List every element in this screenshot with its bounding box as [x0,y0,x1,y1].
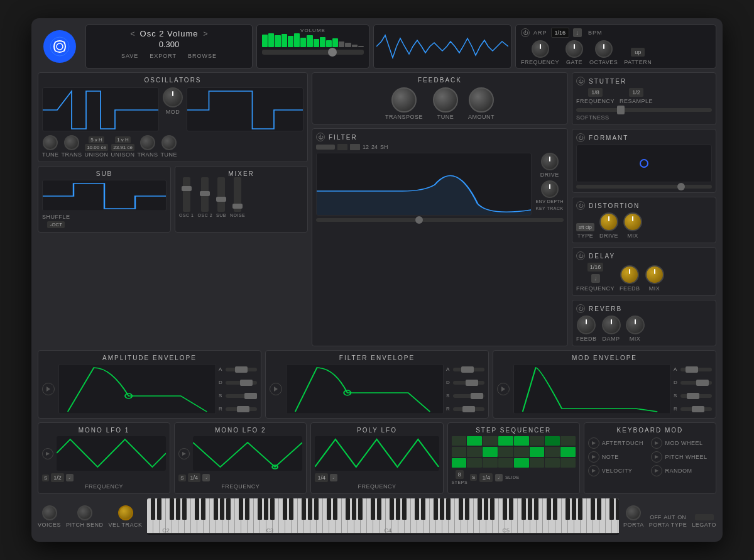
delay-mix-knob[interactable] [645,265,664,284]
delay-power-button[interactable]: ⏻ [576,251,585,260]
legato-toggle[interactable] [695,514,714,520]
filter-env-a-slider[interactable] [453,368,484,371]
mod-env-retrigger-button[interactable] [497,383,510,395]
step-cell[interactable] [514,436,529,446]
aut-button[interactable]: AUT [664,514,675,520]
stutter-slider[interactable] [576,108,712,112]
amp-env-r-handle[interactable] [237,406,249,412]
osc1-fader-handle[interactable] [182,186,192,191]
feedback-amount-knob[interactable] [469,87,494,113]
mono-lfo2-sync-button[interactable]: S [178,475,185,481]
stutter-power-button[interactable]: ⏻ [576,77,585,85]
noise-fader-handle[interactable] [232,204,243,209]
poly-lfo-note-sync-button[interactable]: ♩ [330,474,337,481]
delay-sync-button[interactable]: ♩ [591,274,600,283]
step-cell[interactable] [467,458,482,468]
osc-trans2-knob[interactable] [140,135,155,150]
next-preset-button[interactable]: > [203,30,207,38]
filter-env-r-slider[interactable] [453,407,484,411]
unison1-voice-select[interactable]: 5 v H [89,136,104,143]
mod-env-r-slider[interactable] [680,407,712,411]
mod-env-a-slider[interactable] [680,368,712,371]
osc2-fader[interactable] [201,177,209,212]
pitch-wheel-button[interactable] [651,451,662,463]
amp-env-r-slider[interactable] [226,407,257,411]
porta-knob[interactable] [626,505,641,520]
mono-lfo2-note-sync-button[interactable]: ♩ [202,474,210,481]
step-cell[interactable] [560,436,576,446]
arp-octaves-knob[interactable] [595,40,613,58]
formant-power-button[interactable]: ⏻ [576,133,585,142]
step-cell[interactable] [467,436,482,446]
step-cell[interactable] [467,447,482,456]
step-cell[interactable] [452,447,467,456]
amp-env-d-slider[interactable] [226,381,257,385]
amp-env-retrigger-button[interactable] [42,383,55,395]
keyboard[interactable]: .keys-wrapper { display:flex; height:100… [146,498,620,535]
noise-fader[interactable] [234,177,241,212]
filter-env-d-slider[interactable] [453,381,484,385]
filter-cutoff-handle[interactable] [415,216,423,224]
mod-env-s-slider[interactable] [680,394,712,398]
feedback-transpose-knob[interactable] [391,87,417,113]
distortion-type-select[interactable]: sft clp [576,223,594,231]
arp-pattern-select[interactable]: up [631,48,645,57]
filter-slope-slider[interactable] [316,145,335,150]
mono-lfo1-note-sync-button[interactable]: ♩ [66,474,74,481]
sub-fader-handle[interactable] [216,197,226,202]
step-seq-note-sync-button[interactable]: ♩ [495,474,503,481]
step-cell[interactable] [498,458,513,468]
step-cell[interactable] [514,458,529,468]
filter-drive-knob[interactable] [541,153,559,170]
save-button[interactable]: SAVE [119,52,141,60]
step-cell[interactable] [452,458,467,468]
step-cell[interactable] [545,458,560,468]
filter-shape1[interactable] [337,144,347,150]
osc1-fader[interactable] [183,177,190,212]
filter-sh-label[interactable]: SH [380,144,388,150]
filter-12-label[interactable]: 12 [363,144,369,150]
formant-slider[interactable] [576,185,712,189]
filter-env-s-slider[interactable] [453,394,484,398]
distortion-power-button[interactable]: ⏻ [576,201,585,210]
distortion-mix-knob[interactable] [623,212,642,231]
unison2-val-select[interactable]: 23.91 ce [111,144,134,151]
formant-dot[interactable] [640,159,648,168]
step-cell[interactable] [514,447,529,456]
reverb-feedb-knob[interactable] [577,316,596,334]
osc2-fader-handle[interactable] [200,191,210,196]
unison2-voice-select[interactable]: 1 v H [115,136,131,143]
arp-frequency-knob[interactable] [532,40,549,58]
step-cell[interactable] [545,447,560,456]
step-cell[interactable] [530,436,545,446]
reverb-damp-knob[interactable] [602,316,621,334]
browse-button[interactable]: BROWSE [185,52,219,60]
step-cell[interactable] [530,458,545,468]
step-cell[interactable] [560,458,576,468]
filter-env-depth-knob[interactable] [541,180,559,198]
export-button[interactable]: EXPORT [147,52,179,60]
vel-track-knob[interactable] [118,505,133,520]
stutter-slider-handle[interactable] [617,106,625,114]
reverb-mix-knob[interactable] [626,316,645,334]
step-cell[interactable] [498,447,513,456]
unison1-val-select[interactable]: 10.00 ce [85,144,108,151]
mono-lfo2-retrigger-button[interactable] [178,448,190,459]
step-cell[interactable] [483,436,498,446]
feedback-tune-knob[interactable] [433,87,458,113]
osc-tune-knob[interactable] [43,135,58,150]
arp-sync-button[interactable]: ♩ [573,28,582,37]
arp-gate-knob[interactable] [566,40,583,58]
prev-preset-button[interactable]: < [131,30,135,38]
volume-slider-handle[interactable] [328,48,337,57]
pitch-bend-knob[interactable] [77,505,92,520]
random-button[interactable] [651,465,662,476]
formant-slider-handle[interactable] [677,183,685,190]
off-button[interactable]: OFF [650,514,661,520]
distortion-drive-knob[interactable] [599,212,618,231]
reverb-power-button[interactable]: ⏻ [576,304,585,313]
filter-power-button[interactable]: ⏻ [316,133,325,141]
aftertouch-button[interactable] [588,437,599,449]
delay-feedb-knob[interactable] [620,265,639,284]
arp-power-button[interactable]: ⏻ [521,28,530,37]
